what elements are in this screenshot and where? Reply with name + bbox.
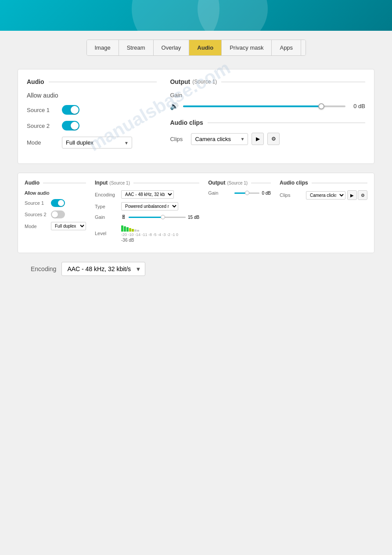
small-output-title: Output xyxy=(208,180,225,186)
small-output-header: Output (Source 1) xyxy=(208,180,271,186)
small-source1-thumb xyxy=(58,200,64,206)
small-source1-row: Source 1 xyxy=(25,199,86,207)
tab-image[interactable]: Image xyxy=(87,40,119,55)
small-type-row: Type Powered unbalanced micro xyxy=(95,202,199,210)
level-bar-7 xyxy=(137,230,139,232)
header-bar xyxy=(0,0,392,31)
level-bar-2 xyxy=(124,226,126,232)
audio-section-title: Audio xyxy=(27,78,44,85)
gain-slider-track xyxy=(183,105,345,107)
source2-toggle-track xyxy=(62,121,79,131)
source2-row: Source 2 xyxy=(27,121,157,131)
small-input-gain-slider-row: 🎚 15 dB xyxy=(121,214,199,220)
small-source2-label: Sources 2 xyxy=(25,212,51,217)
tab-overlay[interactable]: Overlay xyxy=(154,40,190,55)
audio-clips-header: Audio clips xyxy=(170,119,365,126)
small-audio-title: Audio xyxy=(25,180,40,186)
small-mode-label: Mode xyxy=(25,224,51,229)
mode-row: Mode Full duplex Half duplex Simplex ▼ xyxy=(27,137,157,149)
encoding-row: Encoding AAC - 48 kHz, 32 kbit/s AAC - 4… xyxy=(31,262,374,276)
small-panel: Audio Allow audio Source 1 Sources 2 xyxy=(18,173,374,253)
tab-audio[interactable]: Audio xyxy=(189,40,222,55)
output-section: Output (Source 1) Gain 🔊 0 dB Audi xyxy=(170,78,365,155)
tab-stream[interactable]: Stream xyxy=(119,40,154,55)
small-input-title: Input xyxy=(95,180,108,186)
small-output-section: Output (Source 1) Gain 0 dB xyxy=(208,180,271,246)
small-type-select[interactable]: Powered unbalanced micro xyxy=(121,202,178,210)
source1-toggle-thumb xyxy=(71,106,79,114)
source2-label: Source 2 xyxy=(27,123,62,129)
small-input-gain-thumb[interactable] xyxy=(161,215,165,219)
audio-section-header: Audio xyxy=(27,78,157,85)
output-section-subtitle: (Source 1) xyxy=(192,79,217,85)
small-encoding-label: Encoding xyxy=(95,192,121,197)
mode-select[interactable]: Full duplex Half duplex Simplex xyxy=(62,137,132,149)
small-source1-toggle[interactable] xyxy=(51,199,65,207)
small-audio-section: Audio Allow audio Source 1 Sources 2 xyxy=(25,180,86,246)
small-source2-thumb xyxy=(52,211,58,218)
audio-section: Audio Allow audio Source 1 Source 2 xyxy=(27,78,157,155)
small-source2-toggle[interactable] xyxy=(51,210,65,218)
level-bar-3 xyxy=(126,227,129,232)
level-meter xyxy=(121,224,178,232)
source1-toggle[interactable] xyxy=(62,105,79,115)
small-clips-row: Clips Camera clicks ▶ ⚙ xyxy=(280,190,367,200)
small-allow-audio-row: Allow audio xyxy=(25,190,86,196)
audio-clips-title: Audio clips xyxy=(170,119,203,126)
gain-row: 🔊 0 dB xyxy=(170,102,365,110)
source2-toggle[interactable] xyxy=(62,121,79,131)
small-audio-header: Audio xyxy=(25,180,86,186)
small-clips-section: Audio clips Clips Camera clicks ▶ ⚙ xyxy=(280,180,367,246)
output-section-title: Output xyxy=(170,78,190,85)
level-bar-4 xyxy=(129,228,131,232)
source1-toggle-track xyxy=(62,105,79,115)
mode-label: Mode xyxy=(27,139,62,146)
main-panel-card: Audio Allow audio Source 1 Source 2 xyxy=(18,69,374,164)
gain-value: 0 dB xyxy=(350,103,365,109)
small-clips-title: Audio clips xyxy=(280,180,308,186)
small-source1-label: Source 1 xyxy=(25,200,51,206)
small-allow-audio-label: Allow audio xyxy=(25,190,49,196)
small-panel-row: Audio Allow audio Source 1 Sources 2 xyxy=(25,180,367,246)
tab-apps[interactable]: Apps xyxy=(272,40,301,55)
level-db-value: -36 dB xyxy=(121,238,178,243)
tab-privacy-mask[interactable]: Privacy mask xyxy=(222,40,272,55)
main-panel-row: Audio Allow audio Source 1 Source 2 xyxy=(27,78,365,155)
clips-settings-button[interactable]: ⚙ xyxy=(267,133,280,145)
level-bar-1 xyxy=(121,225,123,232)
encoding-select-wrapper: AAC - 48 kHz, 32 kbit/s AAC - 48 kHz, 64… xyxy=(61,262,145,276)
small-encoding-select[interactable]: AAC - 48 kHz, 32 kbit/s xyxy=(121,190,174,199)
small-output-subtitle: (Source 1) xyxy=(227,181,248,185)
level-bar-5 xyxy=(132,229,134,232)
clips-play-button[interactable]: ▶ xyxy=(252,133,264,145)
small-output-gain-thumb[interactable] xyxy=(245,191,249,195)
small-output-gain-row: Gain 0 dB xyxy=(208,190,271,196)
tab-system[interactable]: System xyxy=(301,40,306,55)
gain-slider-fill xyxy=(183,105,321,107)
small-clips-play-button[interactable]: ▶ xyxy=(347,190,357,200)
small-input-gain-track[interactable] xyxy=(129,217,186,218)
small-input-gain-label: Gain xyxy=(95,214,121,220)
gain-label: Gain xyxy=(170,92,365,98)
level-scale: -20 -10 -14 -11 -8 -5 -4 -3 -2 -1 0 xyxy=(121,232,178,237)
gain-slider-thumb[interactable] xyxy=(318,103,324,109)
clips-select[interactable]: Camera clicks Beep None xyxy=(191,133,248,145)
small-clips-settings-button[interactable]: ⚙ xyxy=(358,190,367,200)
gain-slider-container[interactable] xyxy=(183,105,345,107)
small-output-gain-value: 0 dB xyxy=(262,191,271,196)
encoding-select[interactable]: AAC - 48 kHz, 32 kbit/s AAC - 48 kHz, 64… xyxy=(61,262,145,276)
small-mode-select[interactable]: Full duplex xyxy=(51,222,86,230)
main-content: Image Stream Overlay Audio Privacy mask … xyxy=(0,31,392,285)
small-output-gain-label: Gain xyxy=(208,190,234,196)
small-encoding-row: Encoding AAC - 48 kHz, 32 kbit/s xyxy=(95,190,199,199)
allow-audio-row: Allow audio xyxy=(27,92,157,99)
header-decor-circle-2 xyxy=(198,0,268,31)
small-output-gain-slider-row: 0 dB xyxy=(234,191,271,196)
small-clips-select[interactable]: Camera clicks xyxy=(306,191,345,200)
small-output-gain-track[interactable] xyxy=(234,192,259,194)
source2-toggle-thumb xyxy=(71,122,79,130)
small-level-row: Level -20 -10 -14 -11 -8 -5 -4 xyxy=(95,224,199,243)
allow-audio-label: Allow audio xyxy=(27,92,58,99)
small-source2-row: Sources 2 xyxy=(25,210,86,218)
small-clips-label: Clips xyxy=(280,192,306,198)
